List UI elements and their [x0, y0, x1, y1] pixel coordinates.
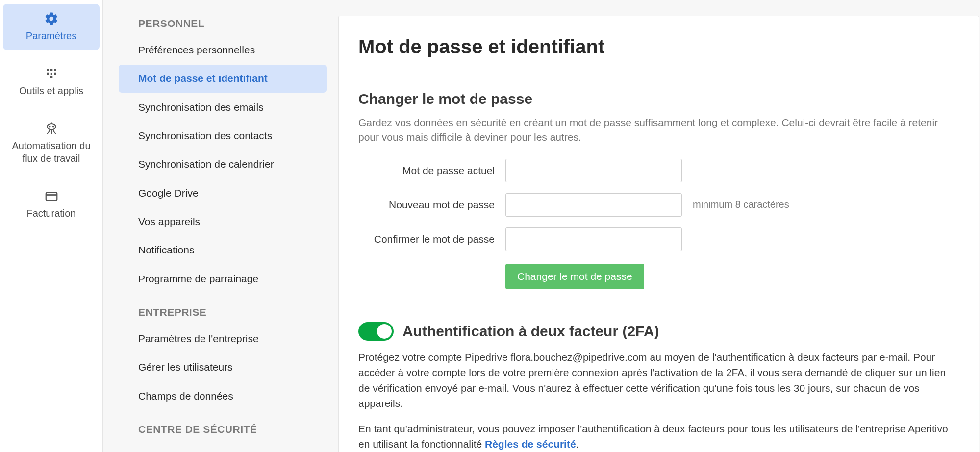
change-password-heading: Changer le mot de passe: [358, 91, 959, 107]
two-factor-description: Protégez votre compte Pipedrive flora.bo…: [358, 350, 959, 411]
sidebar-tile-label: Paramètres: [26, 29, 76, 42]
divider: [358, 307, 959, 307]
sidebar-tile-label: Facturation: [26, 207, 75, 220]
app-root: Paramètres Outils et applis Automatisati…: [0, 0, 980, 452]
nav-item-company-settings[interactable]: Paramètres de l'entreprise: [119, 325, 327, 352]
change-password-desc: Gardez vos données en sécurité en créant…: [358, 115, 959, 145]
two-factor-admin-post: .: [576, 438, 579, 450]
two-factor-heading: Authentification à deux facteur (2FA): [402, 323, 659, 340]
hint-min-chars: minimum 8 caractères: [693, 199, 789, 210]
svg-rect-9: [46, 193, 57, 201]
main-content: Mot de passe et identifiant Changer le m…: [338, 0, 980, 452]
form-row-current: Mot de passe actuel: [358, 159, 959, 182]
svg-point-2: [54, 69, 56, 71]
svg-point-3: [47, 73, 49, 75]
sidebar-tile-parametres[interactable]: Paramètres: [3, 4, 100, 50]
settings-nav: PERSONNEL Préférences personnelles Mot d…: [103, 0, 338, 452]
nav-item-referral[interactable]: Programme de parrainage: [119, 265, 327, 293]
security-rules-link[interactable]: Règles de sécurité: [485, 438, 576, 450]
two-factor-admin-pre: En tant qu'administrateur, vous pouvez i…: [358, 423, 948, 450]
nav-item-devices[interactable]: Vos appareils: [119, 208, 327, 235]
nav-section-header-personnel: PERSONNEL: [138, 18, 327, 29]
page-title: Mot de passe et identifiant: [339, 16, 979, 74]
toggle-knob: [377, 324, 392, 339]
nav-item-calendar-sync[interactable]: Synchronisation de calendrier: [119, 151, 327, 178]
label-current-password: Mot de passe actuel: [358, 165, 505, 176]
nav-item-google-drive[interactable]: Google Drive: [119, 179, 327, 207]
nav-item-email-sync[interactable]: Synchronisation des emails: [119, 94, 327, 121]
sidebar-tile-facturation[interactable]: Facturation: [3, 181, 100, 227]
nav-item-notifications[interactable]: Notifications: [119, 236, 327, 264]
sidebar-tile-automatisation[interactable]: Automatisation du flux de travail: [3, 114, 100, 173]
panel-password: Mot de passe et identifiant Changer le m…: [338, 16, 979, 452]
two-factor-admin-note: En tant qu'administrateur, vous pouvez i…: [358, 421, 959, 452]
label-new-password: Nouveau mot de passe: [358, 199, 505, 211]
input-new-password[interactable]: [505, 193, 682, 217]
label-confirm-password: Confirmer le mot de passe: [358, 233, 505, 245]
sidebar-tile-label: Outils et applis: [19, 84, 83, 97]
nav-item-contact-sync[interactable]: Synchronisation des contacts: [119, 122, 327, 150]
nav-item-preferences[interactable]: Préférences personnelles: [119, 36, 327, 64]
input-confirm-password[interactable]: [505, 227, 682, 251]
svg-point-4: [54, 73, 56, 75]
nav-item-data-fields[interactable]: Champs de données: [119, 382, 327, 410]
sidebar-tile-label: Automatisation du flux de travail: [5, 139, 98, 165]
two-factor-toggle[interactable]: [358, 322, 394, 341]
form-row-new: Nouveau mot de passe minimum 8 caractère…: [358, 193, 959, 217]
card-icon: [44, 188, 59, 204]
nav-item-password[interactable]: Mot de passe et identifiant: [119, 65, 327, 92]
nav-section-header-entreprise: ENTREPRISE: [138, 306, 327, 318]
icon-sidebar: Paramètres Outils et applis Automatisati…: [0, 0, 103, 452]
change-password-button[interactable]: Changer le mot de passe: [505, 264, 644, 289]
nav-section-header-security: CENTRE DE SÉCURITÉ: [138, 424, 327, 435]
sidebar-tile-outils[interactable]: Outils et applis: [3, 59, 100, 105]
robot-icon: [44, 121, 59, 136]
tools-icon: [44, 66, 59, 81]
form-row-confirm: Confirmer le mot de passe: [358, 227, 959, 251]
gear-icon: [44, 11, 59, 26]
svg-point-8: [52, 126, 54, 127]
svg-point-6: [47, 124, 56, 130]
svg-point-7: [49, 126, 50, 127]
nav-item-manage-users[interactable]: Gérer les utilisateurs: [119, 353, 327, 381]
svg-point-0: [47, 69, 49, 71]
two-factor-header: Authentification à deux facteur (2FA): [358, 322, 959, 341]
input-current-password[interactable]: [505, 159, 682, 182]
svg-point-1: [50, 69, 52, 71]
svg-point-5: [50, 76, 52, 78]
panel-body: Changer le mot de passe Gardez vos donné…: [339, 74, 979, 452]
